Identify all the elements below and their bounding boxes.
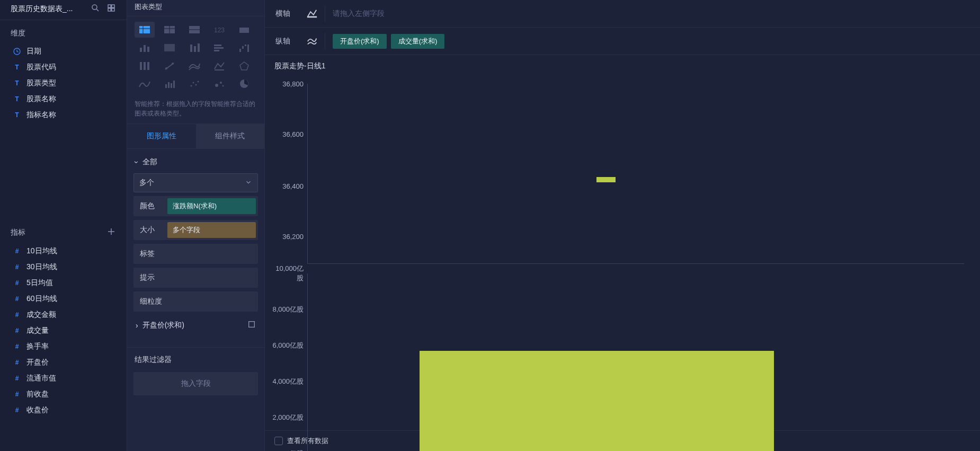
datasource-title: 股票历史数据表_... [11,4,91,14]
svg-rect-33 [140,62,142,70]
dimension-field[interactable]: T指标名称 [5,107,121,123]
tab-graphic-properties[interactable]: 图形属性 [127,124,196,148]
bar-open-price[interactable] [596,177,616,182]
chart-type-funnel-icon[interactable] [159,76,180,92]
chart-type-stackedbar-icon[interactable] [184,40,204,56]
chart-type-column-icon[interactable] [135,40,155,56]
dimension-field[interactable]: T股票代码 [5,59,121,75]
y-axis-field-pill[interactable]: 成交量(求和) [391,34,445,49]
svg-rect-23 [190,45,192,52]
hash-icon: # [13,390,21,399]
search-icon[interactable] [91,3,100,14]
field-label: 流通市值 [26,374,56,383]
y-tick: 6,000亿股 [271,341,304,350]
chart-type-area-icon[interactable] [184,58,204,74]
chart-type-kpi-icon[interactable]: 123 [209,22,229,38]
dimension-field[interactable]: T股票类型 [5,75,121,91]
metric-field[interactable]: #成交金额 [5,307,121,323]
shape-select-value: 多个 [139,178,154,188]
x-axis-type-icon[interactable] [304,5,325,22]
size-property-row[interactable]: 大小 多个字段 [133,220,258,240]
y-axis-type-icon[interactable] [304,33,325,50]
chart-type-scatter-icon[interactable] [184,76,204,92]
svg-rect-42 [168,82,170,88]
fields-sidebar: 股票历史数据表_... 维度 日期T股票代码T股票类型T股票名称T指标名称 指标… [0,0,127,451]
svg-rect-44 [173,81,175,88]
metric-field[interactable]: #收盘价 [5,402,121,418]
tab-component-style[interactable]: 组件样式 [196,124,265,148]
chart-type-combo-icon[interactable] [209,58,229,74]
filter-dropzone[interactable]: 拖入字段 [133,372,258,395]
shape-select[interactable]: 多个 [133,173,258,192]
hash-icon: # [13,342,21,351]
metrics-header: 指标 [0,218,127,243]
chevron-right-icon: › [136,321,138,330]
settings-icon[interactable] [106,3,116,14]
chart-type-radar-icon[interactable] [234,58,254,74]
svg-rect-29 [239,49,241,52]
bar-volume[interactable] [420,351,774,451]
property-tabs: 图形属性 组件样式 [127,124,264,149]
x-axis-placeholder: 请拖入左侧字段 [333,9,385,19]
color-property-row[interactable]: 颜色 涨跌额N(求和) [133,196,258,216]
chart-type-crosstab-icon[interactable] [159,22,180,38]
series-expand-row[interactable]: › 开盘价(求和) [133,317,258,333]
chart-type-bar-icon[interactable] [209,40,229,56]
field-label: 换手率 [26,342,49,351]
y-axis-field-pill[interactable]: 开盘价(求和) [333,34,387,49]
chart-type-rangebar-icon[interactable] [159,58,180,74]
chart-type-pie-icon[interactable] [234,76,254,92]
dimension-field[interactable]: T股票名称 [5,91,121,107]
svg-rect-41 [165,84,167,88]
metric-field[interactable]: #流通市值 [5,370,121,386]
metric-field[interactable]: #30日均线 [5,259,121,275]
svg-rect-2 [108,5,111,7]
svg-point-38 [172,63,173,64]
metric-field[interactable]: #成交量 [5,323,121,339]
expand-icon[interactable] [247,320,256,330]
field-label: 5日均值 [26,278,53,288]
field-label: 开盘价 [26,358,49,367]
field-label: 股票类型 [26,78,56,88]
metric-field[interactable]: #前收盘 [5,386,121,402]
add-metric-icon[interactable] [106,227,116,238]
size-value-pill[interactable]: 多个字段 [167,222,256,238]
y-tick: 36,200 [271,233,304,241]
field-label: 成交量 [26,326,49,335]
svg-rect-54 [307,16,316,17]
chart-type-gauge-icon[interactable] [234,22,254,38]
metric-field[interactable]: #换手率 [5,339,121,355]
chart-type-waterfall-icon[interactable] [234,40,254,56]
field-label: 10日均线 [26,246,57,256]
svg-rect-25 [198,43,200,52]
metric-field[interactable]: #5日均值 [5,275,121,291]
dimension-field[interactable]: 日期 [5,43,121,59]
chart-type-heatmap-icon[interactable] [159,40,180,56]
chart-type-grouptable-icon[interactable] [184,22,204,38]
chart-type-table-icon[interactable] [135,22,155,38]
chevron-down-icon [245,179,252,188]
view-all-checkbox[interactable] [274,437,283,445]
hash-icon: # [13,279,21,287]
grain-property-row[interactable]: 细粒度 [133,291,258,312]
metric-field[interactable]: #60日均线 [5,291,121,307]
x-axis-bar: 横轴 请拖入左侧字段 [265,0,980,28]
x-axis-dropzone[interactable]: 请拖入左侧字段 [333,9,969,19]
label-property-row[interactable]: 标签 [133,244,258,264]
chart-title: 股票走势-日线1 [265,55,980,77]
chart-type-percentbar-icon[interactable] [135,58,155,74]
chart-type-bubble-icon[interactable] [209,76,229,92]
expand-all-row[interactable]: › 全部 [133,154,258,170]
metric-field[interactable]: #10日均线 [5,243,121,259]
tooltip-property-row[interactable]: 提示 [133,268,258,288]
size-label: 大小 [133,225,167,235]
color-value-pill[interactable]: 涨跌额N(求和) [167,198,256,214]
chart-type-line-icon[interactable] [135,76,155,92]
svg-rect-3 [112,5,114,7]
sidebar-header: 股票历史数据表_... [0,0,127,20]
hash-icon: # [13,406,21,414]
y-axis-dropzone[interactable]: 开盘价(求和)成交量(求和) [333,34,969,49]
chart-type-title: 图表类型 [127,0,264,16]
svg-point-0 [92,5,97,10]
metric-field[interactable]: #开盘价 [5,355,121,370]
